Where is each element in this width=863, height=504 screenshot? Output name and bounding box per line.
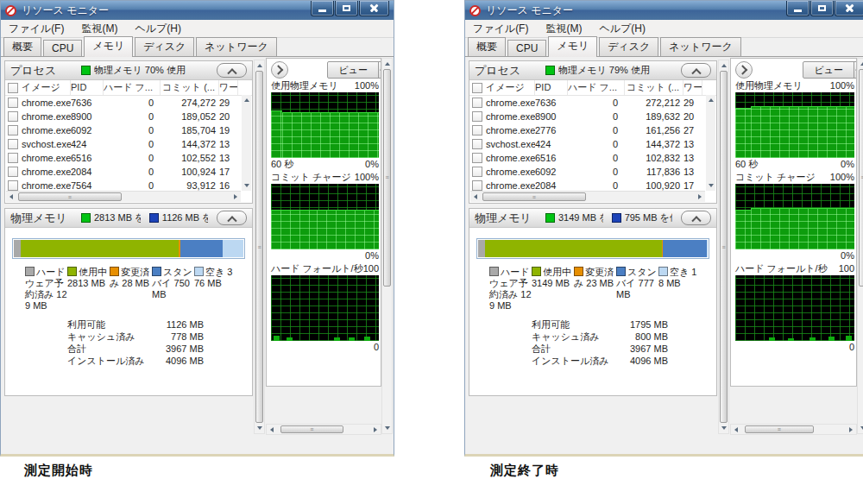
row-checkbox[interactable] — [472, 180, 482, 191]
process-table-vertical-scrollbar[interactable] — [706, 95, 715, 191]
table-row[interactable]: svchost.exe...4240144,37213 — [5, 137, 252, 151]
minimize-button[interactable] — [311, 1, 334, 16]
select-all-checkbox[interactable] — [472, 83, 482, 93]
row-checkbox[interactable] — [472, 167, 482, 177]
expand-button[interactable] — [271, 61, 288, 79]
row-checkbox[interactable] — [472, 111, 482, 122]
view-button[interactable]: ビュー — [327, 61, 381, 79]
column-header-0[interactable]: イメージ — [469, 80, 535, 95]
process-table-horizontal-scrollbar[interactable]: ≡ — [6, 191, 241, 202]
column-header-1[interactable]: PID — [71, 80, 104, 95]
maximize-button[interactable] — [810, 1, 834, 16]
scrollbar-thumb[interactable]: ≡ — [859, 69, 863, 287]
table-row[interactable]: chrome.exe76360274,27229 — [5, 96, 252, 110]
column-header-4[interactable]: ワー... — [683, 80, 702, 95]
scrollbar-thumb[interactable]: ≡ — [482, 192, 586, 201]
row-checkbox[interactable] — [472, 125, 482, 135]
menu-item-H[interactable]: ヘルプ(H) — [599, 22, 646, 36]
table-row[interactable]: chrome.exe76360272,21229 — [469, 96, 716, 110]
table-row[interactable]: chrome.exe89000189,63220 — [469, 110, 716, 123]
chart-vertical-scrollbar[interactable]: ≡ — [857, 58, 863, 434]
process-table-horizontal-scrollbar[interactable]: ≡ — [470, 191, 705, 202]
tab-CPU[interactable]: CPU — [43, 40, 82, 56]
select-all-checkbox[interactable] — [8, 83, 18, 93]
table-row[interactable]: chrome.exe65160102,83213 — [469, 151, 716, 165]
collapse-button[interactable] — [681, 63, 711, 78]
menu-item-M[interactable]: 監視(M) — [81, 22, 117, 36]
tab-ディスク[interactable]: ディスク — [599, 37, 658, 56]
menu-item-H[interactable]: ヘルプ(H) — [135, 22, 181, 36]
main-vertical-scrollbar[interactable]: ≡ — [254, 60, 265, 434]
row-checkbox[interactable] — [8, 153, 18, 163]
table-row[interactable]: chrome.exe27760161,25627 — [469, 123, 716, 137]
collapse-button[interactable] — [681, 211, 711, 225]
maximize-button[interactable] — [335, 1, 358, 16]
tab-ネットワーク[interactable]: ネットワーク — [660, 37, 740, 56]
row-checkbox[interactable] — [8, 167, 18, 177]
memory-used-chip-icon — [81, 213, 91, 223]
tab-メモリ[interactable]: メモリ — [84, 36, 133, 57]
scrollbar-thumb[interactable]: ≡ — [383, 69, 391, 287]
row-checkbox[interactable] — [8, 139, 18, 149]
chart-vertical-scrollbar[interactable]: ≡ — [381, 58, 393, 434]
main-vertical-scrollbar[interactable]: ≡ — [718, 60, 729, 434]
chart-horizontal-scrollbar[interactable]: ≡ — [730, 424, 857, 435]
scrollbar-thumb[interactable]: ≡ — [255, 71, 263, 423]
chart-time-label: 60 秒 — [271, 158, 293, 171]
tab-概要[interactable]: 概要 — [468, 37, 506, 56]
view-button[interactable]: ビュー — [803, 61, 857, 79]
scrollbar-thumb[interactable]: ≡ — [745, 425, 814, 433]
tab-ディスク[interactable]: ディスク — [135, 37, 194, 56]
row-checkbox[interactable] — [8, 180, 18, 191]
process-table-vertical-scrollbar[interactable] — [242, 95, 251, 191]
legend-item-0: ハードウェア予約済み 129 MB — [489, 267, 532, 312]
scrollbar-thumb[interactable]: ≡ — [18, 192, 122, 201]
tab-ネットワーク[interactable]: ネットワーク — [196, 37, 276, 56]
tab-概要[interactable]: 概要 — [3, 37, 41, 56]
column-header-1[interactable]: PID — [535, 80, 568, 95]
close-button[interactable] — [835, 1, 863, 16]
expand-button[interactable] — [735, 61, 753, 79]
title-bar[interactable]: リソース モニター — [465, 1, 863, 20]
chevron-up-icon — [227, 216, 236, 225]
memory-panel-header[interactable]: 物理メモリ 2813 MB を... 1126 MB を... — [5, 209, 252, 228]
scrollbar-thumb[interactable]: ≡ — [720, 71, 728, 423]
close-button[interactable] — [359, 1, 389, 16]
memory-stat-row: 利用可能1126 MB — [67, 318, 252, 331]
scrollbar-thumb[interactable]: ≡ — [280, 425, 343, 433]
table-row[interactable]: chrome.exe89000189,05220 — [5, 110, 252, 123]
column-header-2[interactable]: ハード フ... — [568, 80, 625, 95]
tab-CPU[interactable]: CPU — [507, 40, 546, 56]
column-header-3[interactable]: コミット (... — [161, 80, 219, 95]
cell-1: 424 — [535, 139, 568, 149]
table-row[interactable]: chrome.exe60920117,83613 — [469, 165, 716, 179]
minimize-button[interactable] — [786, 1, 809, 16]
row-checkbox[interactable] — [8, 98, 18, 108]
row-checkbox[interactable] — [472, 139, 482, 149]
menu-item-F[interactable]: ファイル(F) — [9, 22, 64, 36]
menu-item-F[interactable]: ファイル(F) — [473, 22, 528, 36]
column-header-0[interactable]: イメージ — [5, 80, 71, 95]
column-header-4[interactable]: ワー... — [219, 80, 238, 95]
table-row[interactable]: chrome.exe65160102,55213 — [5, 151, 252, 165]
row-checkbox[interactable] — [472, 153, 482, 163]
collapse-button[interactable] — [217, 211, 247, 225]
process-panel-header[interactable]: プロセス 物理メモリ 79% 使用 — [469, 61, 716, 80]
column-header-2[interactable]: ハード フ... — [104, 80, 161, 95]
table-row[interactable]: chrome.exe20840100,92417 — [5, 165, 252, 179]
menu-item-M[interactable]: 監視(M) — [545, 22, 582, 36]
chart-fill-area — [751, 106, 854, 158]
memory-panel-header[interactable]: 物理メモリ 3149 MB を... 795 MB を使... — [469, 209, 716, 228]
column-header-3[interactable]: コミット (... — [625, 80, 683, 95]
row-checkbox[interactable] — [8, 125, 18, 135]
process-panel-title: プロセス — [475, 63, 545, 79]
process-panel-header[interactable]: プロセス 物理メモリ 70% 使用 — [5, 61, 252, 80]
row-checkbox[interactable] — [8, 111, 18, 122]
title-bar[interactable]: リソース モニター — [1, 1, 394, 20]
row-checkbox[interactable] — [472, 98, 482, 108]
tab-メモリ[interactable]: メモリ — [548, 36, 597, 57]
table-row[interactable]: svchost.exe...4240144,37213 — [469, 137, 716, 151]
collapse-button[interactable] — [217, 63, 247, 78]
table-row[interactable]: chrome.exe60920185,70419 — [5, 123, 252, 137]
chart-horizontal-scrollbar[interactable]: ≡ — [266, 424, 381, 435]
